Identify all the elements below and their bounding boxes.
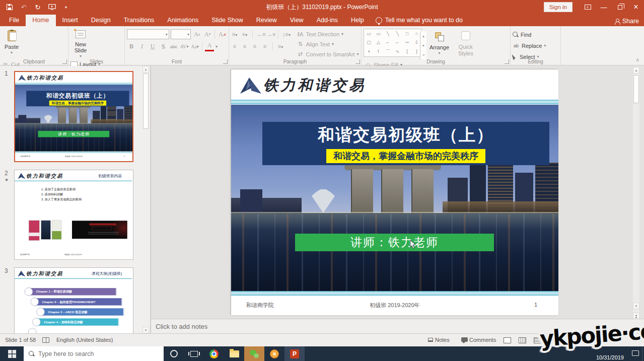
- shape-brace-right[interactable]: }: [416, 49, 417, 54]
- shapes-scroll-up-icon[interactable]: ▴: [422, 34, 424, 38]
- shape-elbow[interactable]: ⌐: [387, 40, 389, 45]
- columns-icon[interactable]: ≡▾: [277, 43, 284, 49]
- notes-placeholder[interactable]: Click to add notes: [156, 323, 207, 330]
- thumb-scroll-down-icon[interactable]: ▾: [142, 327, 149, 333]
- share-button[interactable]: Share: [614, 18, 639, 25]
- line-spacing-icon[interactable]: ↕≡▾: [282, 31, 290, 37]
- paste-button[interactable]: Paste ▾: [2, 28, 21, 58]
- show-desktop-button[interactable]: [642, 346, 644, 361]
- ribbon-display-options-button[interactable]: ˄: [580, 0, 596, 14]
- slide-title-box[interactable]: 和谐交易初级班（上） 和谐交易，掌握金融市场的完美秩序: [262, 122, 549, 165]
- slide-thumbnail-1[interactable]: 铁力和谐交易 和谐交易初级班（上: [14, 71, 133, 162]
- shape-arc[interactable]: ⌒: [386, 48, 390, 55]
- tab-home[interactable]: Home: [26, 15, 55, 26]
- quick-styles-button[interactable]: Quick Styles: [455, 28, 477, 58]
- taskbar-app-button[interactable]: [264, 346, 284, 361]
- slide-photo-singapore-skyline[interactable]: 和谐交易初级班（上） 和谐交易，掌握金融市场的完美秩序 讲师：铁力老师: [231, 105, 558, 291]
- tab-slideshow[interactable]: Slide Show: [205, 15, 250, 26]
- arrange-button[interactable]: Arrange ▾: [426, 29, 452, 59]
- slide-footer[interactable]: 和谐商学院 初级班 2019-2020年 1: [15, 153, 132, 160]
- taskbar-date[interactable]: 10/31/2019: [596, 354, 624, 360]
- thumbnail-scrollbar[interactable]: ▴ ▾: [142, 66, 149, 333]
- cortana-button[interactable]: [164, 346, 184, 361]
- search-input[interactable]: [38, 350, 144, 357]
- normal-view-button[interactable]: [504, 337, 511, 344]
- slide-thumbnail-3[interactable]: 铁力和谐交易 课程大纲(初级班) Chapter 1 – 和谐交易讲解 Chap…: [14, 267, 133, 333]
- align-text-button[interactable]: ⇅Align Text▾: [297, 40, 359, 48]
- language-indicator[interactable]: English (United States): [56, 337, 113, 343]
- grow-font-button[interactable]: A▴: [192, 30, 201, 39]
- editor-scrollbar[interactable]: ▴ ▾ ▴▴ ▾▾: [633, 67, 639, 329]
- comments-toggle-button[interactable]: Comments: [461, 337, 496, 343]
- presenter-bar[interactable]: 讲师：铁力老师: [295, 234, 494, 251]
- clipboard-dialog-launcher[interactable]: [62, 59, 67, 64]
- slide-header[interactable]: 铁力和谐交易: [231, 69, 558, 100]
- shape-rectangle[interactable]: □: [406, 31, 408, 36]
- align-right-icon[interactable]: ≡: [251, 43, 258, 49]
- start-slideshow-icon[interactable]: [47, 3, 56, 12]
- shape-freeform[interactable]: ◖: [368, 49, 370, 54]
- font-dialog-launcher[interactable]: [223, 59, 228, 64]
- shape-arrow-right[interactable]: ⇨: [405, 40, 409, 45]
- tab-review[interactable]: Review: [250, 15, 283, 26]
- notes-toggle-button[interactable]: Notes: [428, 337, 450, 343]
- tab-help[interactable]: Help: [344, 15, 371, 26]
- tab-view[interactable]: View: [283, 15, 310, 26]
- font-color-button[interactable]: A: [205, 42, 214, 51]
- undo-icon[interactable]: ↶: [19, 3, 28, 12]
- shape-oval[interactable]: ○: [415, 31, 418, 36]
- action-center-icon[interactable]: [632, 350, 639, 356]
- tab-file[interactable]: File: [0, 15, 26, 26]
- change-case-button[interactable]: Aa▾: [190, 42, 199, 51]
- numbering-icon[interactable]: ≡▾: [241, 31, 248, 37]
- align-center-icon[interactable]: ≡: [241, 43, 248, 49]
- shapes-gallery[interactable]: ▭▭╲╲□○ ▢△⌐⌐⇨⇩ ◖⌇⌒∿{}: [364, 29, 422, 57]
- shape-arrow-line[interactable]: ╲: [396, 31, 399, 36]
- shape-textbox-vertical[interactable]: ▭: [376, 31, 381, 36]
- font-name-select[interactable]: ▾: [127, 29, 169, 39]
- taskbar-powerpoint-button[interactable]: P: [284, 346, 305, 361]
- taskbar-chrome-button[interactable]: [204, 346, 224, 361]
- editor-scrollbar-thumb[interactable]: [633, 75, 639, 103]
- editor-scroll-up-icon[interactable]: ▴: [633, 67, 639, 74]
- tab-transitions[interactable]: Transitions: [117, 15, 161, 26]
- tab-addins[interactable]: Add-ins: [310, 15, 344, 26]
- text-direction-button[interactable]: ‖AText Direction▾: [297, 30, 359, 38]
- font-color-dropdown[interactable]: ▾: [216, 44, 218, 49]
- restore-button[interactable]: [612, 0, 628, 14]
- taskbar-explorer-button[interactable]: [224, 346, 244, 361]
- bold-button[interactable]: B: [127, 42, 136, 51]
- convert-smartart-button[interactable]: ⇄Convert to SmartArt▾: [297, 50, 359, 58]
- start-button[interactable]: [0, 346, 24, 361]
- slide-photo-singapore-skyline[interactable]: 和谐交易初级班（上） 和谐交易，掌握金融市场的完美秩序 讲师：铁力老师: [15, 85, 132, 152]
- replace-button[interactable]: abReplace▾: [513, 41, 546, 50]
- increase-indent-icon[interactable]: →≡: [267, 31, 274, 37]
- tab-insert[interactable]: Insert: [56, 15, 85, 26]
- slide-header[interactable]: 铁力和谐交易: [15, 72, 132, 83]
- shape-brace-left[interactable]: {: [406, 49, 408, 54]
- shape-triangle[interactable]: △: [377, 40, 380, 45]
- align-left-icon[interactable]: ≡: [231, 43, 238, 49]
- character-spacing-button[interactable]: AV▾: [180, 42, 189, 51]
- editor-scroll-down-icon[interactable]: ▾: [633, 303, 639, 309]
- thumb-scroll-up-icon[interactable]: ▴: [142, 66, 149, 73]
- customize-qat-icon[interactable]: ▾: [61, 3, 70, 12]
- shapes-scroll-down-icon[interactable]: ▾: [422, 44, 424, 48]
- slide-counter[interactable]: Slide 1 of 58: [5, 337, 36, 343]
- sign-in-button[interactable]: Sign in: [544, 2, 573, 12]
- drawing-dialog-launcher[interactable]: [505, 59, 509, 64]
- spell-check-icon[interactable]: [42, 337, 49, 344]
- shape-rounded-rect[interactable]: ▢: [367, 40, 371, 45]
- shape-elbow-arrow[interactable]: ⌐: [396, 40, 399, 45]
- tell-me-box[interactable]: Tell me what you want to do: [371, 15, 468, 26]
- shape-curve[interactable]: ∿: [396, 49, 400, 54]
- shrink-font-button[interactable]: A▾: [203, 30, 212, 39]
- shape-arrow-down[interactable]: ⇩: [415, 40, 419, 45]
- slide-sorter-view-button[interactable]: [519, 337, 526, 344]
- close-button[interactable]: ×: [628, 0, 644, 14]
- tab-animations[interactable]: Animations: [161, 15, 205, 26]
- taskbar-wechat-button[interactable]: [244, 346, 264, 361]
- shapes-gallery-scroll[interactable]: ▴ ▾ ≡: [420, 31, 426, 59]
- main-slide-canvas[interactable]: 铁力和谐交易 和谐交易初级班（上: [231, 69, 558, 315]
- text-shadow-button[interactable]: S: [159, 42, 168, 51]
